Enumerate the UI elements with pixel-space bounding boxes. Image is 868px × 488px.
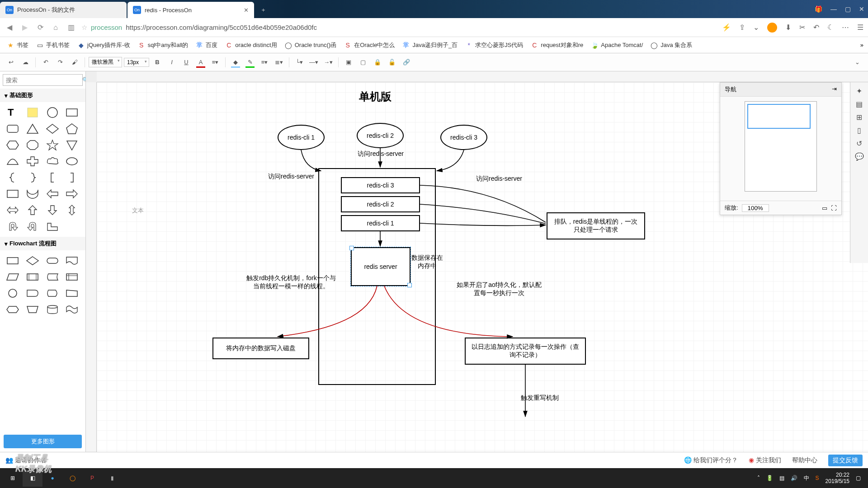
connector-style-button[interactable]: └▾: [293, 56, 306, 69]
tray-volume-icon[interactable]: 🔊: [791, 475, 797, 481]
feedback-button[interactable]: 提交反馈: [828, 455, 863, 466]
shape-drop[interactable]: [24, 187, 41, 201]
undo-button[interactable]: ↶: [39, 56, 52, 69]
notifications-icon[interactable]: ▢: [856, 475, 861, 481]
browser-tab[interactable]: On ProcessOn - 我的文件: [0, 2, 127, 18]
shape-pentagon[interactable]: [64, 122, 80, 136]
page-icon[interactable]: ▯: [857, 126, 861, 135]
node-log[interactable]: 以日志追加的方式记录每一次操作（查询不记录）: [465, 338, 586, 365]
arrow-start-button[interactable]: —▾: [307, 56, 320, 69]
unlock-icon[interactable]: 🔓: [386, 56, 398, 69]
moon-icon[interactable]: ☾: [827, 23, 834, 32]
close-icon[interactable]: ✕: [240, 7, 249, 14]
undo-icon[interactable]: ↶: [813, 23, 819, 32]
shape-brace-r[interactable]: [24, 171, 41, 184]
cloud-icon[interactable]: ☁: [19, 56, 32, 69]
home-button[interactable]: ⌂: [51, 23, 61, 33]
reading-icon[interactable]: ▥: [66, 23, 76, 33]
shape-group-basic[interactable]: ▾ 基础图形: [0, 89, 85, 102]
bookmark-item[interactable]: Crequest对象和re: [528, 40, 585, 50]
node-queue-note[interactable]: 排队，redis是单线程的，一次只处理一个请求: [547, 212, 645, 239]
grid-icon[interactable]: ⊞: [856, 113, 862, 122]
node-q-cli1[interactable]: redis-cli 1: [341, 215, 420, 231]
gift-icon[interactable]: 🎁: [815, 5, 822, 13]
shape-database[interactable]: [44, 303, 61, 316]
shape-octagon[interactable]: [24, 138, 41, 152]
shape-group-flowchart[interactable]: ▾ Flowchart 流程图: [0, 237, 85, 250]
shape-bracket-l[interactable]: [44, 171, 61, 184]
shape-triangle[interactable]: [24, 122, 41, 136]
minimize-icon[interactable]: —: [830, 5, 837, 13]
zoom-input[interactable]: [742, 204, 769, 212]
node-disk[interactable]: 将内存中的数据写入磁盘: [212, 338, 309, 359]
back-button[interactable]: ◀: [5, 23, 14, 33]
shape-uturn-l[interactable]: [5, 220, 21, 233]
shape-card[interactable]: [5, 187, 21, 201]
shape-data[interactable]: [5, 270, 21, 284]
line-style-button[interactable]: ≣▾: [273, 56, 285, 69]
tray-ime-icon[interactable]: 中: [804, 474, 809, 482]
font-size-select[interactable]: 13px: [124, 58, 149, 67]
profile-icon[interactable]: [767, 23, 777, 33]
shape-arrow-d[interactable]: [44, 203, 61, 217]
node-redis-server[interactable]: redis server: [351, 247, 410, 286]
shape-hexagon[interactable]: [5, 138, 21, 152]
shape-arrow-lr[interactable]: [5, 203, 21, 217]
bookmark-item[interactable]: 掌Java递归例子_百: [400, 40, 459, 50]
tray-chevron-icon[interactable]: ˄: [757, 475, 760, 481]
line-color-button[interactable]: ✎: [244, 56, 256, 69]
line-width-button[interactable]: ≡▾: [258, 56, 271, 69]
tray-app-icon[interactable]: S: [816, 475, 819, 481]
shape-arc[interactable]: [5, 155, 21, 168]
history-icon[interactable]: ↺: [856, 139, 862, 148]
download-icon[interactable]: ⬇: [785, 23, 791, 32]
shape-tape[interactable]: [64, 303, 80, 316]
shape-corner[interactable]: [44, 220, 61, 233]
node-q-cli3[interactable]: redis-cli 3: [341, 177, 420, 193]
shape-predefined[interactable]: [24, 270, 41, 284]
shape-arrow-r[interactable]: [64, 187, 80, 201]
shape-uturn-r[interactable]: [24, 220, 41, 233]
reload-button[interactable]: ⟳: [35, 23, 45, 33]
bookmark-item[interactable]: ◯Java 集合系: [648, 40, 694, 50]
shape-display[interactable]: [44, 286, 61, 300]
task-app2[interactable]: ◯: [62, 469, 82, 487]
shape-cloud[interactable]: [44, 155, 61, 168]
shape-bracket-r[interactable]: [64, 171, 80, 184]
taskbar-clock[interactable]: 20:22 2019/5/15: [826, 472, 849, 485]
tray-network-icon[interactable]: ▤: [779, 475, 784, 481]
font-family-select[interactable]: 微软雅黑: [89, 57, 122, 67]
shape-internal[interactable]: [64, 270, 80, 284]
shape-note[interactable]: [24, 106, 41, 119]
collapse-toolbar-icon[interactable]: ⌄: [851, 56, 863, 69]
shape-arrow-l[interactable]: [44, 187, 61, 201]
italic-button[interactable]: I: [165, 56, 178, 69]
help-link[interactable]: 帮助中心: [792, 456, 817, 465]
shape-cross[interactable]: [24, 155, 41, 168]
shape-rounded[interactable]: [5, 122, 21, 136]
shape-arrow-u[interactable]: [24, 203, 41, 217]
bold-button[interactable]: B: [151, 56, 164, 69]
bookmark-item[interactable]: S在Oracle中怎么: [342, 40, 396, 50]
bookmark-item[interactable]: ★书签: [5, 40, 30, 50]
node-q-cli2[interactable]: redis-cli 2: [341, 196, 420, 212]
chevron-down-icon[interactable]: ⌄: [753, 23, 759, 32]
shape-brace-l[interactable]: [5, 171, 21, 184]
tray-battery-icon[interactable]: 🔋: [766, 475, 773, 481]
shape-decision[interactable]: [24, 254, 41, 267]
shape-process[interactable]: [5, 254, 21, 267]
navigator-panel[interactable]: 导航 ⇥ 缩放: ▭ ⛶: [720, 82, 842, 215]
task-terminal[interactable]: ▮: [102, 469, 122, 487]
fill-color-button[interactable]: ◆: [229, 56, 242, 69]
redo-button[interactable]: ↷: [54, 56, 66, 69]
shape-terminator[interactable]: [44, 254, 61, 267]
format-painter-icon[interactable]: 🖌: [68, 56, 81, 69]
layers-icon[interactable]: ▤: [856, 100, 863, 108]
navigator-viewport[interactable]: [747, 104, 811, 129]
bookmark-item[interactable]: *求空心菱形JS代码: [463, 40, 525, 50]
send-back-icon[interactable]: ▢: [357, 56, 369, 69]
search-input[interactable]: [6, 77, 82, 84]
shape-star[interactable]: [44, 138, 61, 152]
comment-icon[interactable]: 💬: [855, 152, 864, 161]
shape-document[interactable]: [64, 254, 80, 267]
